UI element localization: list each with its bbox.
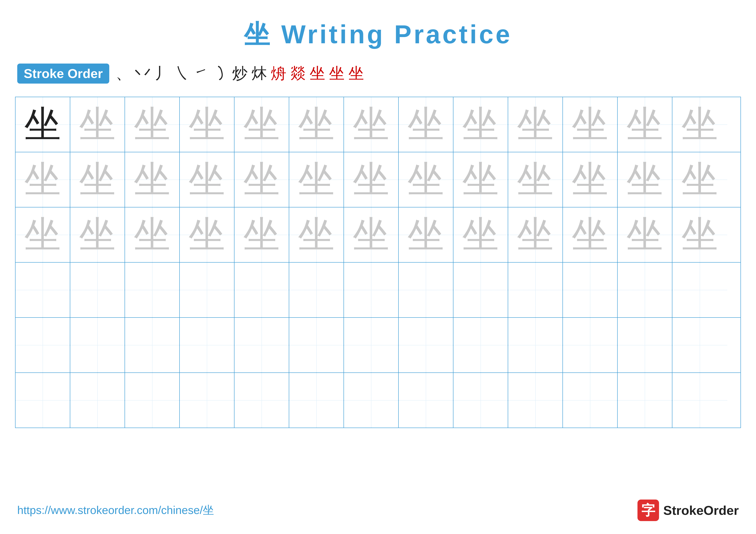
grid-cell-3-12[interactable]: 坐 [618,207,672,262]
grid-cell-6-1[interactable] [15,373,70,428]
grid-cell-2-9[interactable]: 坐 [453,152,508,207]
grid-cell-1-13[interactable]: 坐 [672,97,727,152]
stroke-4: ㇏ [174,63,189,84]
grid-cell-4-5[interactable] [234,263,289,317]
grid-cell-2-2[interactable]: 坐 [70,152,125,207]
footer-url-link[interactable]: https://www.strokeorder.com/chinese/坐 [17,503,214,518]
grid-cell-5-5[interactable] [234,318,289,372]
grid-cell-1-2[interactable]: 坐 [70,97,125,152]
grid-cell-2-10[interactable]: 坐 [508,152,563,207]
grid-cell-5-9[interactable] [453,318,508,372]
grid-cell-5-11[interactable] [563,318,618,372]
grid-cell-3-1[interactable]: 坐 [15,207,70,262]
grid-cell-5-6[interactable] [289,318,344,372]
grid-cell-3-10[interactable]: 坐 [508,207,563,262]
grid-cell-6-9[interactable] [453,373,508,428]
grid-cell-1-4[interactable]: 坐 [180,97,234,152]
practice-grid: 坐 坐 坐 坐 坐 坐 坐 坐 坐 坐 坐 坐 坐 坐 坐 坐 坐 坐 坐 坐 … [15,97,741,428]
grid-cell-2-12[interactable]: 坐 [618,152,672,207]
footer-logo-icon: 字 [637,499,659,521]
grid-cell-2-7[interactable]: 坐 [344,152,399,207]
stroke-8: 炑 [252,63,267,84]
grid-cell-4-9[interactable] [453,263,508,317]
grid-cell-6-6[interactable] [289,373,344,428]
grid-cell-6-13[interactable] [672,373,727,428]
grid-cell-3-5[interactable]: 坐 [234,207,289,262]
grid-cell-6-10[interactable] [508,373,563,428]
grid-cell-3-7[interactable]: 坐 [344,207,399,262]
grid-cell-4-6[interactable] [289,263,344,317]
grid-cell-1-11[interactable]: 坐 [563,97,618,152]
grid-cell-4-4[interactable] [180,263,234,317]
stroke-5: ㇀ [193,63,209,84]
grid-cell-5-13[interactable] [672,318,727,372]
grid-cell-3-13[interactable]: 坐 [672,207,727,262]
grid-cell-3-4[interactable]: 坐 [180,207,234,262]
grid-cell-4-7[interactable] [344,263,399,317]
grid-cell-6-8[interactable] [399,373,453,428]
grid-cell-4-10[interactable] [508,263,563,317]
grid-cell-1-5[interactable]: 坐 [234,97,289,152]
grid-cell-6-12[interactable] [618,373,672,428]
footer-logo-text: StrokeOrder [663,503,739,518]
grid-cell-4-8[interactable] [399,263,453,317]
grid-cell-1-7[interactable]: 坐 [344,97,399,152]
grid-cell-2-1[interactable]: 坐 [15,152,70,207]
grid-cell-1-10[interactable]: 坐 [508,97,563,152]
grid-row-5 [15,318,741,373]
grid-cell-4-1[interactable] [15,263,70,317]
grid-cell-5-12[interactable] [618,318,672,372]
grid-cell-6-4[interactable] [180,373,234,428]
grid-cell-2-8[interactable]: 坐 [399,152,453,207]
grid-cell-1-6[interactable]: 坐 [289,97,344,152]
grid-cell-2-11[interactable]: 坐 [563,152,618,207]
stroke-6: ㇁ [213,63,228,84]
grid-cell-2-5[interactable]: 坐 [234,152,289,207]
grid-cell-6-11[interactable] [563,373,618,428]
grid-cell-1-1[interactable]: 坐 [15,97,70,152]
grid-cell-6-3[interactable] [125,373,180,428]
stroke-2: 丷 [135,63,150,84]
stroke-order-badge: Stroke Order [17,64,109,84]
stroke-10: 燚 [290,63,306,84]
stroke-1: 、 [116,63,131,84]
grid-row-3: 坐 坐 坐 坐 坐 坐 坐 坐 坐 坐 坐 坐 坐 [15,207,741,263]
grid-cell-3-11[interactable]: 坐 [563,207,618,262]
grid-cell-5-2[interactable] [70,318,125,372]
grid-cell-6-2[interactable] [70,373,125,428]
grid-cell-4-12[interactable] [618,263,672,317]
grid-cell-2-3[interactable]: 坐 [125,152,180,207]
grid-cell-3-6[interactable]: 坐 [289,207,344,262]
grid-cell-3-2[interactable]: 坐 [70,207,125,262]
stroke-12: 坐 [329,63,345,84]
grid-cell-4-2[interactable] [70,263,125,317]
grid-cell-5-7[interactable] [344,318,399,372]
grid-cell-2-6[interactable]: 坐 [289,152,344,207]
grid-cell-2-13[interactable]: 坐 [672,152,727,207]
grid-cell-3-3[interactable]: 坐 [125,207,180,262]
grid-cell-4-11[interactable] [563,263,618,317]
grid-cell-6-7[interactable] [344,373,399,428]
grid-cell-5-8[interactable] [399,318,453,372]
grid-cell-1-8[interactable]: 坐 [399,97,453,152]
grid-cell-1-3[interactable]: 坐 [125,97,180,152]
footer-logo: 字 StrokeOrder [637,499,739,521]
practice-char-light: 坐 [79,106,116,143]
grid-row-4 [15,263,741,318]
stroke-13: 坐 [348,63,364,84]
grid-cell-2-4[interactable]: 坐 [180,152,234,207]
stroke-9: 烐 [271,63,286,84]
grid-cell-1-9[interactable]: 坐 [453,97,508,152]
grid-cell-5-10[interactable] [508,318,563,372]
grid-cell-4-3[interactable] [125,263,180,317]
grid-cell-3-8[interactable]: 坐 [399,207,453,262]
grid-cell-1-12[interactable]: 坐 [618,97,672,152]
stroke-sequence: 、 丷 丿 ㇏ ㇀ ㇁ 炒 炑 烐 燚 坐 坐 坐 [116,63,364,84]
grid-cell-6-5[interactable] [234,373,289,428]
grid-cell-5-1[interactable] [15,318,70,372]
grid-cell-5-3[interactable] [125,318,180,372]
grid-cell-3-9[interactable]: 坐 [453,207,508,262]
grid-cell-5-4[interactable] [180,318,234,372]
grid-cell-4-13[interactable] [672,263,727,317]
footer: https://www.strokeorder.com/chinese/坐 字 … [17,499,739,521]
